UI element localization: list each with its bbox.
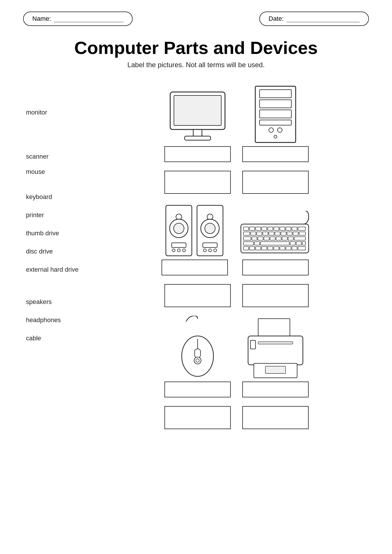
svg-rect-16 bbox=[172, 243, 186, 247]
cell-empty-3 bbox=[164, 284, 231, 307]
word-printer: printer bbox=[26, 209, 44, 221]
speakers-illustration bbox=[163, 202, 226, 257]
word-scanner: scanner bbox=[26, 151, 48, 163]
svg-rect-73 bbox=[298, 247, 305, 250]
word-speakers: speakers bbox=[26, 296, 52, 308]
keyboard-label-box[interactable] bbox=[242, 260, 309, 275]
word-cable: cable bbox=[26, 332, 41, 345]
svg-rect-45 bbox=[281, 232, 286, 235]
svg-rect-50 bbox=[252, 237, 257, 240]
word-thumb-drive: thumb drive bbox=[26, 227, 59, 240]
name-label: Name: bbox=[32, 15, 51, 22]
row-3 bbox=[98, 202, 375, 275]
svg-rect-60 bbox=[260, 242, 289, 245]
svg-rect-46 bbox=[287, 232, 292, 235]
svg-rect-49 bbox=[243, 237, 251, 240]
svg-rect-71 bbox=[286, 247, 291, 250]
svg-rect-24 bbox=[203, 243, 217, 247]
tower-label-box[interactable] bbox=[242, 146, 309, 162]
svg-rect-48 bbox=[299, 232, 305, 235]
svg-rect-43 bbox=[269, 232, 274, 235]
word-external-hard-drive: external hard drive bbox=[26, 264, 78, 276]
name-field: Name: bbox=[23, 12, 133, 26]
svg-rect-63 bbox=[302, 242, 305, 245]
svg-rect-1 bbox=[174, 95, 221, 125]
svg-rect-70 bbox=[280, 247, 285, 250]
empty-box-4[interactable] bbox=[242, 284, 309, 307]
svg-rect-76 bbox=[195, 349, 200, 358]
row-2 bbox=[98, 171, 375, 194]
cell-keyboard bbox=[239, 208, 312, 275]
svg-rect-5 bbox=[260, 90, 291, 98]
svg-point-9 bbox=[269, 128, 273, 132]
svg-point-23 bbox=[205, 223, 215, 234]
svg-point-17 bbox=[172, 249, 175, 252]
row-1 bbox=[98, 83, 375, 162]
svg-point-10 bbox=[277, 128, 282, 132]
empty-box-6[interactable] bbox=[242, 406, 309, 429]
svg-rect-37 bbox=[292, 227, 297, 230]
cell-mouse bbox=[164, 316, 231, 397]
svg-rect-30 bbox=[250, 227, 255, 230]
row-5 bbox=[98, 316, 375, 397]
svg-point-15 bbox=[174, 223, 184, 234]
empty-box-5[interactable] bbox=[164, 406, 231, 429]
cell-empty-1 bbox=[164, 171, 231, 194]
svg-rect-67 bbox=[262, 247, 267, 250]
svg-rect-3 bbox=[185, 136, 211, 140]
svg-rect-32 bbox=[262, 227, 267, 230]
svg-point-18 bbox=[177, 249, 180, 252]
printer-label-box[interactable] bbox=[242, 382, 309, 397]
svg-rect-44 bbox=[275, 232, 280, 235]
svg-rect-64 bbox=[243, 247, 249, 250]
svg-rect-6 bbox=[260, 100, 291, 108]
word-mouse: mouse bbox=[26, 166, 45, 178]
svg-point-78 bbox=[196, 359, 199, 362]
monitor-label-box[interactable] bbox=[164, 146, 231, 162]
svg-rect-42 bbox=[263, 232, 268, 235]
svg-rect-82 bbox=[250, 340, 256, 349]
svg-rect-57 bbox=[294, 237, 305, 240]
svg-rect-41 bbox=[257, 232, 262, 235]
svg-rect-7 bbox=[260, 110, 291, 118]
svg-rect-81 bbox=[258, 342, 293, 344]
grid-area bbox=[92, 83, 375, 432]
svg-rect-52 bbox=[264, 237, 269, 240]
keyboard-illustration bbox=[239, 208, 312, 257]
svg-rect-58 bbox=[243, 242, 254, 245]
svg-point-11 bbox=[274, 135, 277, 138]
svg-rect-61 bbox=[290, 242, 295, 245]
date-field: Date: bbox=[259, 12, 369, 26]
cell-empty-2 bbox=[242, 171, 309, 194]
svg-rect-80 bbox=[248, 336, 303, 365]
svg-rect-33 bbox=[268, 227, 273, 230]
svg-rect-84 bbox=[265, 366, 286, 373]
empty-box-1[interactable] bbox=[164, 171, 231, 194]
date-line bbox=[287, 15, 360, 22]
svg-rect-79 bbox=[258, 319, 290, 337]
svg-rect-29 bbox=[243, 227, 249, 230]
svg-rect-68 bbox=[268, 247, 273, 250]
svg-rect-56 bbox=[288, 237, 293, 240]
cell-tower bbox=[242, 83, 309, 162]
page-title: Computer Parts and Devices bbox=[17, 37, 375, 58]
page-subtitle: Label the pictures. Not all terms will b… bbox=[17, 61, 375, 69]
svg-rect-62 bbox=[296, 242, 301, 245]
svg-rect-40 bbox=[251, 232, 256, 235]
cell-printer bbox=[242, 316, 309, 397]
page: Name: Date: Computer Parts and Devices L… bbox=[0, 0, 392, 554]
svg-rect-51 bbox=[258, 237, 263, 240]
word-keyboard: keyboard bbox=[26, 191, 52, 203]
speakers-label-box[interactable] bbox=[162, 260, 228, 275]
svg-rect-54 bbox=[276, 237, 281, 240]
tower-illustration bbox=[250, 83, 301, 144]
empty-box-2[interactable] bbox=[242, 171, 309, 194]
empty-box-3[interactable] bbox=[164, 284, 231, 307]
svg-rect-31 bbox=[256, 227, 261, 230]
mouse-label-box[interactable] bbox=[164, 382, 231, 397]
svg-rect-59 bbox=[254, 242, 260, 245]
printer-illustration bbox=[242, 316, 309, 379]
cell-empty-6 bbox=[242, 406, 309, 429]
name-line bbox=[54, 15, 123, 22]
svg-rect-69 bbox=[274, 247, 279, 250]
